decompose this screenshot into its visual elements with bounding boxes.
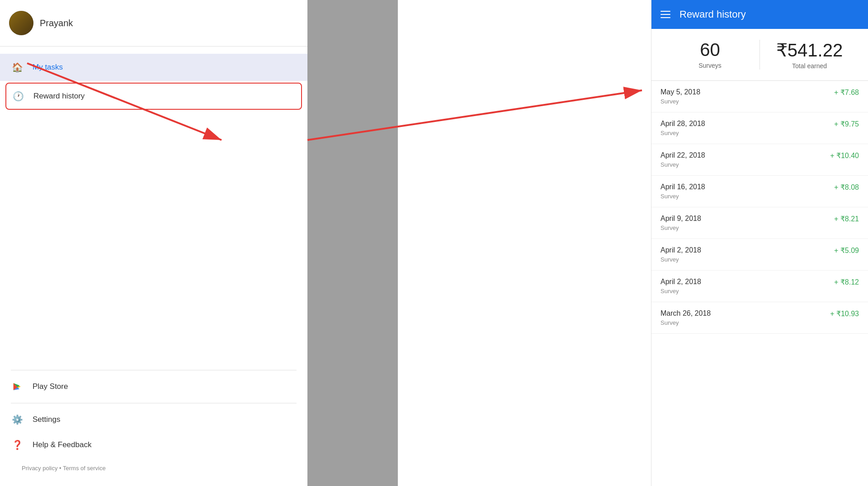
user-name: Prayank [40,18,73,28]
drawer-my-tasks-label: My tasks [33,63,63,72]
hbar-3 [660,17,670,18]
drawer-divider-top [0,46,307,47]
reward-history-panel: Reward history 60 Surveys ₹541.22 Total … [651,0,868,486]
history-amount: + ₹10.40 [830,151,859,160]
history-item-info: April 9, 2018 Survey [660,215,701,231]
history-item: April 2, 2018 Survey + ₹8.12 [651,271,868,302]
history-amount: + ₹9.75 [834,120,859,128]
drawer-footer: Privacy policy • Terms of service [11,458,297,479]
history-type: Survey [660,130,705,136]
history-amount: + ₹5.09 [834,246,859,255]
history-type: Survey [660,319,711,326]
history-type: Survey [660,193,705,200]
history-item-info: April 2, 2018 Survey [660,246,701,263]
history-item: March 26, 2018 Survey + ₹10.93 [651,302,868,334]
total-earned-stat: ₹541.22 Total earned [760,40,859,70]
history-item: April 22, 2018 Survey + ₹10.40 [651,144,868,176]
history-item: April 9, 2018 Survey + ₹8.21 [651,207,868,239]
overlay-backdrop[interactable]: Prayank 🏠 My tasks 🕐 Reward history [0,0,398,486]
header-hamburger-button[interactable] [660,11,670,18]
drawer-play-store[interactable]: Play Store [11,374,297,399]
history-date: April 2, 2018 [660,278,701,286]
drawer-item-reward-history[interactable]: 🕐 Reward history [5,83,302,110]
hbar-1 [660,11,670,12]
history-date: April 2, 2018 [660,246,701,254]
help-icon: ❓ [11,439,24,451]
history-item-info: April 28, 2018 Survey [660,120,705,136]
drawer-panel: Prayank 🏠 My tasks 🕐 Reward history [0,0,307,486]
total-earned-label: Total earned [760,62,859,70]
help-label: Help & Feedback [33,440,91,449]
history-date: April 28, 2018 [660,120,705,128]
history-item-info: April 22, 2018 Survey [660,151,705,168]
history-date: March 26, 2018 [660,309,711,318]
reward-stats-section: 60 Surveys ₹541.22 Total earned [651,29,868,81]
drawer-nav: 🏠 My tasks 🕐 Reward history [0,50,307,115]
hbar-2 [660,14,670,15]
privacy-terms-text: Privacy policy • Terms of service [22,465,106,472]
history-amount: + ₹10.93 [830,309,859,318]
history-type: Survey [660,98,700,105]
history-item: April 2, 2018 Survey + ₹5.09 [651,239,868,271]
history-item-info: March 26, 2018 Survey [660,309,711,326]
settings-label: Settings [33,415,60,424]
drawer-divider-bottom [11,370,297,370]
settings-icon: ⚙️ [11,413,24,426]
play-store-drawer-label: Play Store [33,382,68,391]
history-item: April 28, 2018 Survey + ₹9.75 [651,112,868,144]
history-item: May 5, 2018 Survey + ₹7.68 [651,81,868,112]
history-type: Survey [660,224,701,231]
play-store-small-icon [11,380,24,393]
drawer-bottom: Play Store ⚙️ Settings ❓ Help & Feedback… [0,359,307,486]
surveys-label: Surveys [660,62,760,69]
history-date: April 9, 2018 [660,215,701,223]
history-item-info: May 5, 2018 Survey [660,88,700,105]
drawer-help[interactable]: ❓ Help & Feedback [11,432,297,458]
history-item: April 16, 2018 Survey + ₹8.08 [651,176,868,207]
history-item-info: April 16, 2018 Survey [660,183,705,200]
avatar [9,11,33,35]
surveys-count: 60 [660,40,760,60]
history-amount: + ₹7.68 [834,88,859,97]
home-icon: 🏠 [11,61,24,74]
reward-history-title: Reward history [679,9,746,20]
history-amount: + ₹8.12 [834,278,859,286]
history-amount: + ₹8.21 [834,215,859,223]
history-type: Survey [660,256,701,263]
history-list: May 5, 2018 Survey + ₹7.68 April 28, 201… [651,81,868,334]
history-item-info: April 2, 2018 Survey [660,278,701,294]
history-icon: 🕐 [12,90,24,103]
drawer-settings[interactable]: ⚙️ Settings [11,407,297,432]
avatar-image [9,11,33,35]
history-amount: + ₹8.08 [834,183,859,192]
history-date: May 5, 2018 [660,88,700,96]
history-type: Survey [660,161,705,168]
divider-2 [11,403,297,403]
drawer-item-my-tasks[interactable]: 🏠 My tasks [0,54,307,81]
history-type: Survey [660,288,701,294]
drawer-user-section: Prayank [0,0,307,42]
reward-history-header: Reward history [651,0,868,29]
history-date: April 16, 2018 [660,183,705,191]
total-earned-amount: ₹541.22 [760,40,859,61]
drawer-reward-history-label: Reward history [33,92,85,101]
history-date: April 22, 2018 [660,151,705,159]
surveys-stat: 60 Surveys [660,40,760,70]
